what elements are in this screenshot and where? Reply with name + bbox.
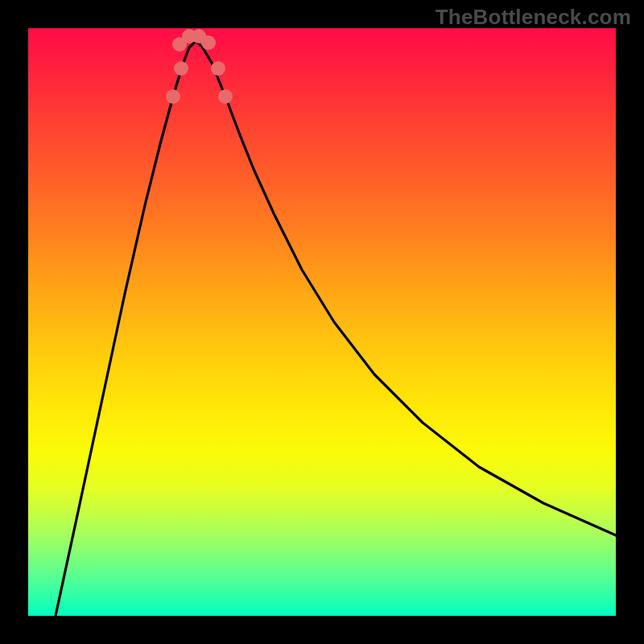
trough-markers	[166, 29, 233, 104]
trough-marker	[166, 89, 180, 104]
trough-marker	[201, 35, 216, 50]
outer-frame: TheBottleneck.com	[0, 0, 644, 644]
chart-svg	[28, 28, 616, 616]
watermark-text: TheBottleneck.com	[436, 5, 631, 30]
trough-marker	[218, 89, 233, 104]
trough-marker	[174, 61, 188, 76]
plot-area	[28, 28, 616, 616]
trough-marker	[211, 61, 225, 76]
bottleneck-curve	[56, 41, 616, 616]
